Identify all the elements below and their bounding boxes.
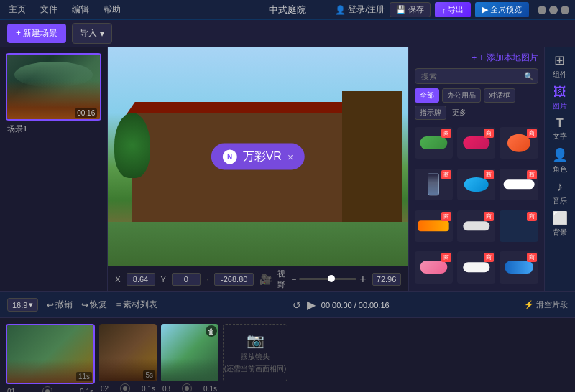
- sticker-item[interactable]: 商: [415, 251, 453, 283]
- undo-button[interactable]: ↩ 撤销: [44, 297, 75, 312]
- text-label: 文字: [553, 131, 567, 141]
- sticker-badge: 商: [441, 170, 451, 179]
- maximize-button[interactable]: [549, 6, 558, 14]
- filter-sign[interactable]: 指示牌: [415, 106, 446, 120]
- character-button[interactable]: 👤 角色: [546, 146, 574, 175]
- zoom-value-input[interactable]: [372, 273, 401, 286]
- sticker-item[interactable]: 商: [457, 169, 495, 200]
- sticker-item[interactable]: 商: [415, 169, 453, 200]
- preview-panel: N 万彩VR × X Y · 🎥 视野 − +: [108, 47, 408, 291]
- sticker-item[interactable]: 商: [457, 127, 495, 159]
- clip-circle[interactable]: [120, 383, 130, 392]
- background-button[interactable]: ⬜ 背景: [546, 210, 574, 238]
- sticker-item[interactable]: 商: [500, 127, 538, 159]
- zoom-increase-icon[interactable]: +: [359, 273, 366, 286]
- menu-file[interactable]: 文件: [37, 2, 60, 17]
- timeline-clip[interactable]: 5s 02 0.1s: [99, 324, 157, 392]
- clip-duration-badge: 11s: [76, 372, 92, 381]
- preview-button[interactable]: ▶ 全局预览: [475, 2, 529, 17]
- save-icon: 💾: [396, 5, 406, 14]
- main-content: 00:16 场景1 N 万彩VR: [0, 47, 575, 291]
- sticker-visual: [464, 177, 489, 192]
- filter-office[interactable]: 办公用品: [442, 88, 481, 103]
- redo-button[interactable]: ↪ 恢复: [78, 297, 110, 312]
- icon-panel: ⊞ 组件 🖼 图片 T 文字 👤 角色 ♪ 音乐 ⬜ 背景: [544, 47, 575, 291]
- music-button[interactable]: ♪ 音乐: [546, 178, 574, 207]
- slider-track[interactable]: [299, 278, 356, 280]
- menu-help[interactable]: 帮助: [101, 2, 124, 17]
- sticker-item[interactable]: 商: [457, 210, 495, 242]
- chevron-down-icon: ▾: [29, 300, 33, 309]
- clear-icon: ⚡: [524, 300, 534, 309]
- reset-button[interactable]: ↺: [293, 299, 301, 311]
- app-title: 中式庭院: [269, 4, 306, 17]
- character-label: 角色: [553, 164, 567, 174]
- chevron-down-icon: ▾: [100, 29, 104, 39]
- timeline-clip[interactable]: 🗑 03 0.1s: [161, 324, 218, 392]
- clip-info: 01 0.1s: [6, 386, 95, 392]
- new-scene-button[interactable]: + 新建场景: [7, 24, 66, 43]
- text-button[interactable]: T 文字: [546, 115, 574, 144]
- save-button[interactable]: 💾 保存: [390, 2, 431, 17]
- clip-circle[interactable]: [42, 386, 52, 392]
- clip-delete-button[interactable]: 🗑: [206, 325, 217, 337]
- export-button[interactable]: ↑ 导出: [435, 2, 472, 17]
- clear-segment-button[interactable]: ⚡ 滑空片段: [524, 299, 568, 310]
- sticker-item[interactable]: 商: [500, 251, 538, 283]
- sticker-item[interactable]: 商: [415, 127, 453, 159]
- login-button[interactable]: 👤 登录/注册: [335, 4, 385, 16]
- watermark-overlay[interactable]: N 万彩VR ×: [211, 144, 305, 170]
- redo-icon: ↪: [81, 300, 88, 310]
- sticker-item[interactable]: 商: [457, 251, 495, 283]
- clip-dot: [185, 386, 189, 391]
- clip-image: 5s: [99, 324, 157, 381]
- import-button[interactable]: 导入 ▾: [72, 23, 112, 44]
- search-icon: 🔍: [524, 72, 534, 81]
- component-label: 组件: [553, 70, 567, 80]
- scene-thumbnail[interactable]: 00:16: [6, 53, 101, 121]
- material-list-button[interactable]: ≡ 素材列表: [116, 299, 157, 311]
- assets-panel: + + 添加本地图片 🔍 全部 办公用品 对话框 指示牌 更多 商 商: [408, 47, 544, 291]
- video-controls-bar: X Y · 🎥 视野 − +: [108, 266, 408, 291]
- zoom-slider[interactable]: − +: [291, 273, 366, 286]
- image-button[interactable]: 🖼 图片: [546, 83, 574, 112]
- x-coord-input[interactable]: [126, 273, 155, 286]
- close-button[interactable]: [561, 6, 569, 14]
- minimize-button[interactable]: [538, 6, 546, 14]
- sticker-item[interactable]: 商: [415, 210, 453, 242]
- sticker-badge: 商: [527, 253, 537, 262]
- sticker-item[interactable]: 商: [500, 210, 538, 242]
- watermark-logo: N: [223, 149, 237, 164]
- add-local-button[interactable]: + + 添加本地图片: [472, 52, 538, 64]
- slider-thumb[interactable]: [328, 275, 335, 282]
- clip-circle[interactable]: [182, 383, 192, 392]
- filter-all[interactable]: 全部: [415, 88, 439, 103]
- z-coord-input[interactable]: [214, 273, 254, 286]
- clip-dot: [45, 389, 50, 392]
- sticker-badge: 商: [527, 129, 537, 138]
- watermark-close-button[interactable]: ×: [288, 151, 293, 162]
- search-box: 🔍: [415, 68, 538, 84]
- component-button[interactable]: ⊞ 组件: [546, 52, 574, 80]
- sticker-visual: [463, 221, 489, 230]
- add-camera-area[interactable]: 📷 摆放镜头 (还需当前画面相同): [223, 324, 288, 381]
- aspect-ratio-selector[interactable]: 16:9 ▾: [7, 298, 38, 312]
- zoom-decrease-icon[interactable]: −: [291, 274, 296, 284]
- menu-home[interactable]: 主页: [6, 2, 29, 17]
- filter-more[interactable]: 更多: [449, 106, 469, 120]
- filter-dialog[interactable]: 对话框: [484, 88, 515, 103]
- search-input[interactable]: [415, 68, 538, 84]
- play-button[interactable]: ▶: [307, 298, 316, 312]
- y-coord-input[interactable]: [172, 273, 201, 286]
- menu-bar: 主页 文件 编辑 帮助 中式庭院 👤 登录/注册 💾 保存 ↑ 导出 ▶ 全局预…: [0, 0, 575, 20]
- preview-icon: ▶: [482, 5, 488, 14]
- x-coord-label: X: [115, 275, 120, 284]
- sticker-badge: 商: [527, 212, 537, 221]
- main-toolbar: + 新建场景 导入 ▾: [0, 20, 575, 47]
- sticker-item[interactable]: 商: [500, 169, 538, 200]
- menu-edit[interactable]: 编辑: [69, 2, 92, 17]
- timeline-clip[interactable]: 11s 01 0.1s: [6, 324, 95, 392]
- window-controls: [538, 6, 569, 14]
- sticker-badge: 商: [441, 129, 451, 138]
- menu-right: 👤 登录/注册 💾 保存 ↑ 导出 ▶ 全局预览: [335, 2, 569, 17]
